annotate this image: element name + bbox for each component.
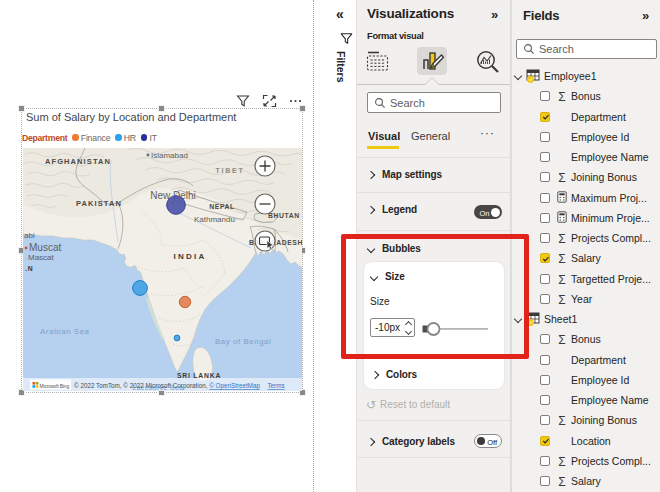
field-name: Minimum Proje... xyxy=(571,212,650,224)
fields-search[interactable]: Search xyxy=(516,39,657,59)
checkbox-unchecked[interactable] xyxy=(540,193,550,203)
field-row[interactable]: ΣYear xyxy=(511,289,660,309)
section-legend[interactable]: Legend xyxy=(368,204,417,215)
field-row[interactable]: ΣJoining Bonus xyxy=(511,167,660,187)
box-select-button[interactable] xyxy=(255,231,275,251)
section-map-settings[interactable]: Map settings xyxy=(368,169,442,180)
table-row-sheet1[interactable]: Sheet1 xyxy=(511,309,660,329)
field-row[interactable]: ΣSalary xyxy=(511,248,660,268)
field-row[interactable]: Employee Id xyxy=(511,127,660,147)
filters-funnel-icon xyxy=(340,32,353,45)
legend-toggle-on[interactable]: On xyxy=(474,205,502,219)
field-name: Year xyxy=(571,293,592,305)
bubble-central-finance[interactable] xyxy=(179,296,190,307)
field-row[interactable]: ΣTargetted Proje... xyxy=(511,269,660,289)
city-dot xyxy=(147,154,150,157)
tab-general[interactable]: General xyxy=(411,130,450,142)
zoom-out-button[interactable] xyxy=(255,194,275,214)
field-name: Employee Name xyxy=(571,151,649,163)
checkbox-unchecked[interactable] xyxy=(540,395,550,405)
field-row[interactable]: Maximum Proj... xyxy=(511,188,660,208)
bubble-new-delhi-it[interactable] xyxy=(167,196,186,215)
field-name: Location xyxy=(571,435,611,447)
chevron-down-icon[interactable] xyxy=(514,72,522,80)
checkbox-unchecked[interactable] xyxy=(540,355,550,365)
checkbox-checked[interactable] xyxy=(540,436,550,446)
field-name: Department xyxy=(571,354,626,366)
field-row[interactable]: ΣProjects Compl... xyxy=(511,451,660,471)
visualizations-search[interactable]: Search xyxy=(367,92,501,113)
field-name: Maximum Proj... xyxy=(571,192,647,204)
checkbox-unchecked[interactable] xyxy=(540,375,550,385)
analytics-icon[interactable] xyxy=(475,49,502,75)
resize-handle[interactable] xyxy=(18,105,25,112)
field-row[interactable]: Minimum Proje... xyxy=(511,208,660,228)
visual-header xyxy=(236,93,302,109)
section-category-labels[interactable]: Category labels xyxy=(368,436,455,447)
checkbox-unchecked[interactable] xyxy=(540,456,550,466)
focus-mode-icon[interactable] xyxy=(262,94,277,108)
tab-more-options[interactable]: ··· xyxy=(480,126,495,140)
field-name: Projects Compl... xyxy=(571,455,651,467)
checkbox-unchecked[interactable] xyxy=(540,172,550,182)
checkbox-unchecked[interactable] xyxy=(540,294,550,304)
checkbox-checked[interactable] xyxy=(540,112,550,122)
format-visual-icon-selected[interactable] xyxy=(417,47,447,75)
checkbox-unchecked[interactable] xyxy=(540,132,550,142)
field-row[interactable]: Employee Name xyxy=(511,147,660,167)
checkbox-unchecked[interactable] xyxy=(540,152,550,162)
field-name: Salary xyxy=(571,252,601,264)
field-row[interactable]: Department xyxy=(511,107,660,127)
field-row[interactable]: ΣBonus xyxy=(511,86,660,106)
expand-filters-icon[interactable]: « xyxy=(336,6,344,22)
map-visual[interactable]: AFGHANISTANIslamabadTIBETPAKISTANNew Del… xyxy=(23,148,302,391)
field-row[interactable]: ΣSalary xyxy=(511,471,660,491)
filters-pane-label[interactable]: Filters xyxy=(335,51,347,83)
checkbox-unchecked[interactable] xyxy=(540,476,550,486)
section-colors[interactable]: Colors xyxy=(372,369,417,380)
field-row[interactable]: Employee Name xyxy=(511,390,660,410)
map-label: .N xyxy=(25,265,33,272)
build-visual-icon[interactable] xyxy=(365,50,390,73)
map-label: SRI LANKA xyxy=(177,372,221,379)
legend-item-finance[interactable]: Finance xyxy=(72,133,110,143)
checkbox-unchecked[interactable] xyxy=(540,274,550,284)
field-row[interactable]: ΣProjects Compl... xyxy=(511,228,660,248)
field-name: Department xyxy=(571,111,626,123)
legend-item-it[interactable]: IT xyxy=(141,133,157,143)
field-row[interactable]: Location xyxy=(511,431,660,451)
table-row-employee1[interactable]: Employee1 xyxy=(511,66,660,86)
field-name: Projects Compl... xyxy=(571,232,651,244)
map-label: PAKISTAN xyxy=(76,199,122,208)
terms-link[interactable]: Terms xyxy=(267,382,284,389)
legend-title: Department xyxy=(22,133,67,143)
collapse-fields-icon[interactable]: » xyxy=(642,8,649,23)
collapse-visualizations-icon[interactable]: » xyxy=(491,7,498,22)
checkbox-unchecked[interactable] xyxy=(540,334,550,344)
field-row[interactable]: Department xyxy=(511,350,660,370)
legend-item-hr[interactable]: HR xyxy=(115,133,136,143)
bubble-south-hr[interactable] xyxy=(174,335,180,341)
tab-visual[interactable]: Visual xyxy=(368,130,400,142)
field-name: Joining Bonus xyxy=(571,171,637,183)
fields-pane-title: Fields xyxy=(523,8,559,23)
checkbox-unchecked[interactable] xyxy=(540,91,550,101)
category-labels-toggle-off[interactable]: Off xyxy=(474,434,502,448)
field-row[interactable]: ΣBonus xyxy=(511,329,660,349)
field-name: Employee Name xyxy=(571,394,649,406)
filter-icon[interactable] xyxy=(236,94,250,108)
field-row[interactable]: Employee Id xyxy=(511,370,660,390)
reset-icon: ↺ xyxy=(366,400,376,410)
openstreetmap-link[interactable]: © OpenStreetMap xyxy=(209,382,260,390)
checkbox-unchecked[interactable] xyxy=(540,233,550,243)
bubble-west-coast-hr[interactable] xyxy=(133,281,148,296)
checkbox-unchecked[interactable] xyxy=(540,213,550,223)
field-row[interactable]: ΣJoining Bonus xyxy=(511,410,660,430)
checkbox-checked[interactable] xyxy=(540,253,550,263)
checkbox-unchecked[interactable] xyxy=(540,415,550,425)
chevron-right-icon xyxy=(367,205,375,213)
reset-to-default-button[interactable]: ↺ Reset to default xyxy=(366,399,450,410)
field-name: Targetted Proje... xyxy=(571,273,651,285)
resize-handle[interactable] xyxy=(299,105,306,112)
zoom-in-button[interactable] xyxy=(255,156,275,176)
